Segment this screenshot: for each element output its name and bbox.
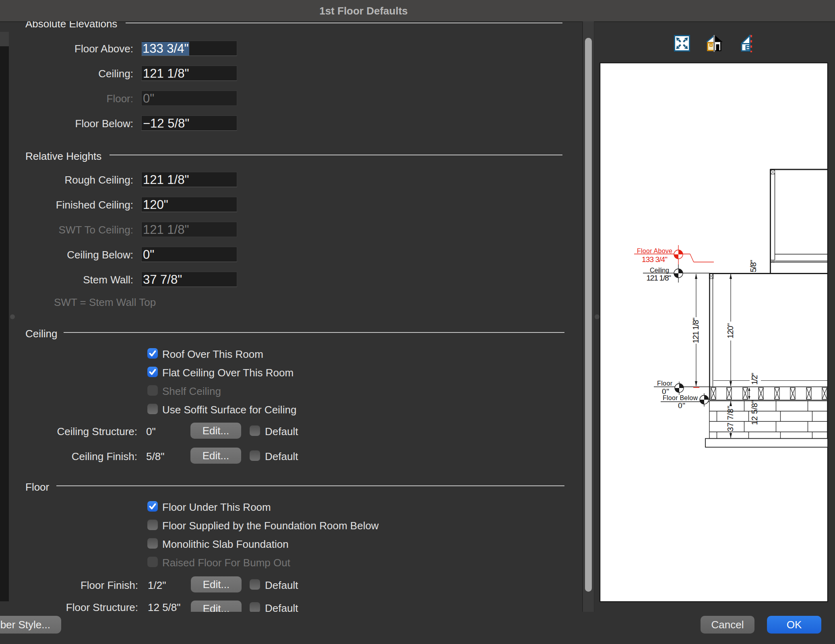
svg-text:5/8": 5/8"	[749, 260, 758, 272]
svg-text:Floor Below: Floor Below	[663, 394, 698, 401]
svg-text:133 3/4": 133 3/4"	[642, 255, 668, 264]
svg-text:121 1/8": 121 1/8"	[691, 318, 700, 343]
svg-text:120": 120"	[726, 323, 735, 339]
svg-text:Ceiling: Ceiling	[650, 267, 669, 274]
svg-text:Floor Above: Floor Above	[637, 248, 672, 254]
svg-text:121 1/8": 121 1/8"	[647, 274, 672, 282]
svg-text:0": 0"	[678, 401, 685, 410]
svg-text:1/2": 1/2"	[750, 373, 759, 385]
svg-text:Floor: Floor	[657, 380, 673, 387]
svg-text:37 7/8": 37 7/8"	[726, 406, 735, 431]
